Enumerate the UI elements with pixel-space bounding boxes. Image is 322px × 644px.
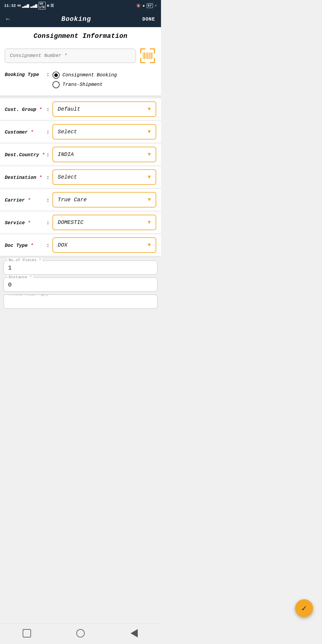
actual-wt-input[interactable] bbox=[8, 297, 153, 305]
destination-value: Select bbox=[58, 174, 77, 180]
consignment-number-input[interactable] bbox=[5, 49, 136, 63]
booking-type-row: Booking Type : Consignment Booking Trans… bbox=[0, 68, 161, 92]
doc-type-arrow-icon: ▼ bbox=[148, 242, 151, 248]
status-right: 🔇 ✱ 67 ⚡ bbox=[136, 3, 157, 8]
doc-type-dropdown[interactable]: DOX ▼ bbox=[52, 237, 156, 253]
pieces-input-wrapper: No.of Pieces * bbox=[4, 261, 157, 275]
customer-label: Customer * bbox=[5, 129, 47, 135]
bt-icon: ⊕ bbox=[47, 3, 49, 8]
carrier-arrow-icon: ▼ bbox=[148, 197, 151, 203]
radio-circle-transshipment bbox=[52, 81, 60, 88]
customer-arrow-icon: ▼ bbox=[148, 129, 151, 135]
doc-type-field: Doc Type * : DOX ▼ bbox=[0, 234, 161, 256]
booking-type-radio-group: Consignment Booking Trans-Shipment bbox=[52, 71, 117, 88]
service-field: Service * : DOMESTIC ▼ bbox=[0, 212, 161, 233]
dest-country-value: INDIA bbox=[58, 151, 74, 157]
cust-group-field: Cust. Group * : Default ▼ bbox=[0, 98, 161, 120]
carrier-label: Carrier * bbox=[5, 196, 47, 203]
dest-country-dropdown[interactable]: INDIA ▼ bbox=[52, 147, 156, 162]
service-arrow-icon: ▼ bbox=[148, 219, 151, 225]
service-dropdown[interactable]: DOMESTIC ▼ bbox=[52, 215, 156, 230]
booking-type-label: Booking Type bbox=[5, 71, 47, 78]
carrier-value: True Care bbox=[58, 197, 87, 203]
app-icon: ☰ bbox=[50, 3, 54, 8]
barcode-scan-button[interactable] bbox=[139, 47, 156, 64]
mute-icon: 🔇 bbox=[136, 4, 141, 8]
service-label: Service * bbox=[5, 219, 47, 226]
customer-value: Select bbox=[58, 129, 77, 135]
back-button[interactable]: ← bbox=[6, 16, 10, 23]
customer-field: Customer * : Select ▼ bbox=[0, 121, 161, 143]
radio-label-consignment: Consignment Booking bbox=[63, 72, 117, 78]
status-bar: 11:32 4G ▂▄▆ ▂▄▆ VOLTE ⊕ ☰ 🔇 ✱ 67 ⚡ bbox=[0, 0, 161, 11]
distance-input[interactable] bbox=[8, 280, 153, 288]
volte-icon: VOLTE bbox=[38, 2, 46, 10]
actual-wt-input-wrapper: Actual Wt(in Kgs) bbox=[4, 295, 157, 309]
signal-bars: ▂▄▆ bbox=[22, 3, 29, 8]
app-bar-title: Booking bbox=[61, 16, 91, 23]
pieces-input[interactable] bbox=[8, 263, 153, 271]
form-fields: Cust. Group * : Default ▼ Customer * : S… bbox=[0, 98, 161, 256]
text-inputs-section: No.of Pieces * Distance * Actual Wt(in K… bbox=[0, 258, 161, 311]
network-icon: 4G bbox=[17, 4, 21, 7]
distance-label: Distance * bbox=[7, 275, 33, 279]
cust-group-label: Cust. Group * bbox=[5, 106, 47, 112]
pieces-label: No.of Pieces * bbox=[7, 258, 42, 262]
actual-wt-label: Actual Wt(in Kgs) bbox=[7, 295, 49, 296]
radio-label-transshipment: Trans-Shipment bbox=[63, 82, 103, 87]
carrier-dropdown[interactable]: True Care ▼ bbox=[52, 192, 156, 208]
status-left: 11:32 4G ▂▄▆ ▂▄▆ VOLTE ⊕ ☰ bbox=[4, 2, 54, 10]
destination-label: Destination * bbox=[5, 174, 47, 180]
signal-bars2: ▂▄▆ bbox=[30, 3, 37, 8]
radio-transshipment[interactable]: Trans-Shipment bbox=[52, 81, 117, 88]
radio-circle-consignment bbox=[52, 72, 60, 79]
battery-indicator: 67 bbox=[147, 3, 153, 8]
doc-type-label: Doc Type * bbox=[5, 242, 47, 248]
service-value: DOMESTIC bbox=[58, 219, 83, 225]
consignment-row bbox=[0, 44, 161, 68]
destination-dropdown[interactable]: Select ▼ bbox=[52, 169, 156, 185]
destination-field: Destination * : Select ▼ bbox=[0, 166, 161, 188]
done-button[interactable]: DONE bbox=[143, 17, 155, 22]
radio-consignment-booking[interactable]: Consignment Booking bbox=[52, 72, 117, 79]
dest-country-field: Dest.Country * : INDIA ▼ bbox=[0, 144, 161, 165]
doc-type-value: DOX bbox=[58, 242, 67, 248]
destination-arrow-icon: ▼ bbox=[148, 174, 151, 180]
charging-icon: ⚡ bbox=[155, 4, 157, 8]
distance-input-wrapper: Distance * bbox=[4, 278, 157, 292]
customer-dropdown[interactable]: Select ▼ bbox=[52, 124, 156, 140]
cust-group-dropdown[interactable]: Default ▼ bbox=[52, 101, 156, 117]
carrier-field: Carrier * : True Care ▼ bbox=[0, 189, 161, 210]
app-bar: ← Booking DONE bbox=[0, 11, 161, 27]
status-time: 11:32 bbox=[4, 4, 16, 8]
cust-group-value: Default bbox=[58, 106, 80, 112]
section-title: Consignment Information bbox=[0, 27, 161, 44]
dest-country-arrow-icon: ▼ bbox=[148, 151, 151, 157]
cust-group-arrow-icon: ▼ bbox=[148, 106, 151, 112]
content: Consignment Information bbox=[0, 27, 161, 335]
bluetooth-icon: ✱ bbox=[143, 4, 145, 8]
booking-type-colon: : bbox=[47, 71, 52, 78]
dest-country-label: Dest.Country * bbox=[5, 151, 47, 158]
